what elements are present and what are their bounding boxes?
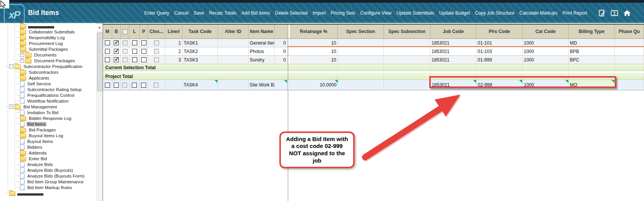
- cell-g[interactable]: [121, 39, 129, 47]
- cell-phase_qu[interactable]: [615, 56, 644, 64]
- m-checkbox-unchecked[interactable]: [105, 57, 110, 62]
- b-checkbox-checked[interactable]: [114, 49, 119, 54]
- cell-p[interactable]: [140, 47, 148, 55]
- column-header-spec-section[interactable]: Spec Section: [338, 25, 384, 38]
- sidebar-item-buyout-items-log[interactable]: Buyout Items Log: [0, 133, 96, 138]
- menu-item-recalc-totals[interactable]: Recalc Totals: [209, 10, 236, 16]
- scrollbar-thumb[interactable]: [97, 33, 103, 91]
- cell-clos[interactable]: [148, 80, 165, 90]
- cell-p[interactable]: [140, 56, 148, 64]
- column-header-retainage-%[interactable]: Retainage %: [290, 25, 338, 38]
- collapse-icon[interactable]: −: [9, 64, 13, 68]
- cell-p[interactable]: [140, 39, 148, 47]
- menu-item-delete-selected[interactable]: Delete Selected: [275, 10, 308, 16]
- b-checkbox-checked[interactable]: [114, 57, 119, 62]
- column-header-cat-code[interactable]: Cat Code: [523, 25, 569, 38]
- sidebar-item-bidder-response-log[interactable]: Bidder Response Log: [0, 115, 96, 121]
- sidebar-item-prequalfications-control[interactable]: Prequalfications Control: [0, 92, 96, 98]
- sidebar-item-workflow-notification[interactable]: Workflow Notification: [0, 98, 96, 104]
- cell-m[interactable]: [103, 39, 112, 47]
- sidebar-item-clipped[interactable]: [0, 23, 96, 29]
- sidebar-item-bidders[interactable]: Bidders: [0, 144, 96, 150]
- sidebar-item-bid-management[interactable]: −Bid Management: [0, 104, 96, 110]
- cell-clos[interactable]: [148, 56, 165, 64]
- column-header-billing-type[interactable]: Billing Type: [569, 25, 615, 38]
- cell-task[interactable]: TASK3: [183, 56, 218, 64]
- cell-l[interactable]: [129, 39, 140, 47]
- menu-item-enter-query[interactable]: Enter Query: [144, 10, 169, 16]
- cell-cat[interactable]: 1000: [523, 56, 569, 64]
- sidebar-item-submittal-packages[interactable]: Submittal Packages: [0, 46, 96, 52]
- cell-task[interactable]: TASK1: [183, 39, 218, 47]
- cell-l[interactable]: [129, 80, 140, 90]
- cell-line[interactable]: 1: [165, 39, 183, 47]
- cell-qty[interactable]: [275, 80, 287, 90]
- cell-g[interactable]: [121, 47, 129, 55]
- sidebar-item-bid-item-markup-rules[interactable]: Bid Item Markup Rules: [0, 184, 96, 190]
- grid-scroll-up-arrow[interactable]: ▲: [96, 24, 103, 31]
- cell-g[interactable]: [121, 56, 129, 64]
- cell-task[interactable]: TASK4: [183, 80, 218, 90]
- cell-billing[interactable]: MD: [569, 39, 615, 47]
- cell-item[interactable]: Site Work Billings: [249, 80, 275, 90]
- cell-qty[interactable]: 0: [275, 56, 287, 64]
- menu-item-copy-job-structure[interactable]: Copy Job Structure: [475, 10, 515, 16]
- sidebar-item-enter-bid[interactable]: Enter Bid: [0, 156, 96, 161]
- sidebar-item-subcontractor-rating-setup[interactable]: Subcontractor Rating Setup: [0, 86, 96, 92]
- sidebar-item-bid-items[interactable]: Bid Items: [0, 121, 96, 127]
- cell-qty[interactable]: 0: [275, 39, 287, 47]
- sidebar-item-analyze-bids[interactable]: Analyze Bids: [0, 161, 96, 167]
- l-checkbox-unchecked[interactable]: [132, 49, 137, 54]
- cell-retainage[interactable]: 10: [290, 39, 338, 47]
- column-header-alter-id[interactable]: Alter ID: [218, 25, 249, 38]
- column-header-job-code[interactable]: Job Code: [430, 25, 476, 38]
- cell-m[interactable]: [103, 80, 112, 90]
- sidebar-item-invitation-to-bid[interactable]: Invitation To Bid: [0, 110, 96, 115]
- cell-billing[interactable]: BPC: [569, 56, 615, 64]
- cell-job[interactable]: 1853021: [430, 56, 476, 64]
- cell-spec_section[interactable]: [338, 80, 384, 90]
- cell-spec_subsection[interactable]: [384, 39, 430, 47]
- column-header-spec-subsection[interactable]: Spec Subsection: [384, 25, 430, 38]
- cell-job[interactable]: 1853021: [430, 47, 476, 55]
- sidebar-item-procurement-log[interactable]: Procurement Log: [0, 40, 96, 46]
- sidebar-scrollbar[interactable]: ▲: [96, 23, 103, 201]
- sidebar-item-analyze-bids-buyouts-[interactable]: Analyze Bids (Buyouts): [0, 167, 96, 173]
- cell-line[interactable]: 2: [165, 47, 183, 55]
- cell-alter[interactable]: [218, 80, 249, 90]
- cell-phs[interactable]: 01-101: [476, 39, 523, 47]
- sidebar-item-collaborator-submittals[interactable]: Collaborator Submittals: [0, 29, 96, 35]
- cell-m[interactable]: [103, 47, 112, 55]
- column-header-line#[interactable]: Line#: [165, 25, 183, 38]
- cell-spec_subsection[interactable]: [384, 80, 430, 90]
- cell-spec_section[interactable]: [338, 56, 384, 64]
- cell-line[interactable]: [165, 80, 183, 90]
- p-checkbox-unchecked[interactable]: [141, 49, 146, 54]
- cell-b[interactable]: [112, 47, 121, 55]
- sidebar-item-subcontractors[interactable]: Subcontractors: [0, 69, 96, 75]
- cell-spec_section[interactable]: [338, 39, 384, 47]
- cell-line[interactable]: 3: [165, 56, 183, 64]
- column-header-b[interactable]: B: [112, 25, 121, 38]
- cell-b[interactable]: [112, 80, 121, 90]
- m-checkbox-unchecked[interactable]: [105, 83, 110, 88]
- cell-p[interactable]: [140, 80, 148, 90]
- contact-card-icon[interactable]: [611, 10, 618, 17]
- cell-l[interactable]: [129, 47, 140, 55]
- sidebar-item-responsibility-log[interactable]: Responsibility Log: [0, 35, 96, 40]
- cell-cat[interactable]: 1000: [523, 39, 569, 47]
- cell-item[interactable]: Photos: [249, 47, 275, 55]
- menu-item-update-submittals[interactable]: Update Submittals: [397, 10, 434, 16]
- cell-item[interactable]: Sundry: [249, 56, 275, 64]
- expand-icon[interactable]: +: [20, 53, 24, 57]
- sidebar-item-applicants[interactable]: Applicants: [0, 75, 96, 81]
- p-checkbox-unchecked[interactable]: [141, 83, 146, 88]
- cell-retainage[interactable]: 10: [290, 56, 338, 64]
- cell-b[interactable]: [112, 56, 121, 64]
- column-header-p[interactable]: P: [140, 25, 148, 38]
- column-header-qty[interactable]: [275, 25, 287, 38]
- menu-item-update-budget[interactable]: Update Budget: [439, 10, 470, 16]
- sidebar-item-document-packages[interactable]: +Document Packages: [0, 58, 96, 63]
- cell-phs[interactable]: 01-103: [476, 47, 523, 55]
- l-checkbox-unchecked[interactable]: [132, 57, 137, 62]
